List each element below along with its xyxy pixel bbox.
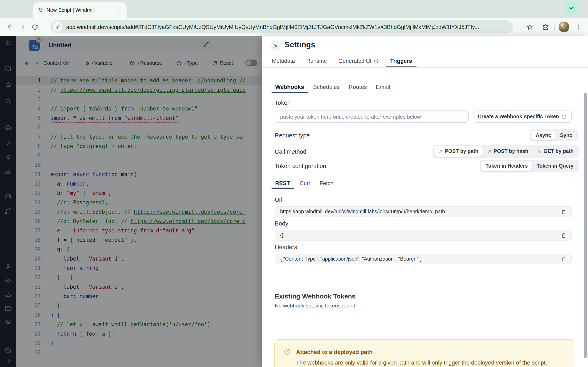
drawer-title: Settings	[285, 40, 315, 49]
tab-title: New Script | Windmill	[47, 7, 115, 13]
alert-circle-icon	[284, 348, 291, 355]
browser-tab[interactable]: New Script | Windmill	[33, 2, 127, 18]
token-configuration-label: Token configuration	[275, 163, 326, 169]
browser-actions	[523, 20, 585, 33]
tab-webhooks[interactable]: Webhooks	[272, 82, 308, 93]
new-tab-button[interactable]	[131, 5, 140, 14]
profile-avatar[interactable]	[559, 22, 569, 32]
tab-generated-ui[interactable]: Generated UI	[334, 55, 383, 67]
reload-button[interactable]	[29, 21, 41, 33]
toolbar-separator	[554, 22, 555, 31]
request-type-group: Async Sync	[530, 129, 578, 141]
settings-drawer: Settings Metadata Runtime Generated UI T…	[262, 36, 588, 367]
extensions-icon[interactable]	[539, 21, 551, 33]
tab-metadata[interactable]: Metadata	[268, 55, 300, 67]
token-in-query-option[interactable]: Token in Query	[532, 161, 578, 171]
drawer-backdrop[interactable]	[0, 36, 262, 367]
token-label: Token	[275, 100, 291, 106]
address-bar[interactable]: app.windmill.dev/scripts/add#JTdCJTIyaGF…	[51, 20, 513, 33]
copy-icon[interactable]	[561, 209, 566, 215]
post-by-path-option[interactable]: ↗ POST by path	[434, 146, 483, 157]
existing-tokens-empty: No webhook specific tokens found	[275, 303, 355, 309]
snippet-tabs: REST Curl Fetch	[272, 179, 337, 189]
headers-label: Headers	[275, 244, 297, 250]
tab-runtime[interactable]: Runtime	[302, 55, 332, 67]
call-method-group: ↗ POST by path ↗ POST by hash ↘ GET by p…	[433, 145, 579, 158]
token-in-headers-option[interactable]: Token in Headers	[481, 161, 532, 171]
token-input[interactable]	[275, 110, 469, 123]
copy-icon[interactable]	[561, 256, 566, 262]
copy-icon[interactable]	[561, 232, 566, 238]
drawer-scrollbar[interactable]	[584, 93, 587, 358]
forward-button[interactable]	[16, 21, 29, 33]
tab-curl[interactable]: Curl	[296, 179, 314, 189]
bookmark-star-icon[interactable]	[523, 21, 536, 33]
call-method-label: Call method	[275, 149, 306, 155]
tab-search-button[interactable]	[565, 2, 577, 14]
browser-menu-icon[interactable]	[572, 21, 585, 33]
windmill-favicon-icon	[37, 7, 43, 13]
arrow-up-right-icon: ↗	[439, 148, 443, 154]
post-by-hash-option[interactable]: ↗ POST by hash	[483, 146, 533, 157]
arrow-down-right-icon: ↘	[537, 148, 541, 154]
url-text: app.windmill.dev/scripts/add#JTdCJTIyaGF…	[66, 24, 479, 30]
browser-toolbar: app.windmill.dev/scripts/add#JTdCJTIyaGF…	[0, 18, 588, 36]
url-label: Url	[275, 197, 282, 203]
warning-text: The webhooks are only valid for a given …	[296, 359, 547, 366]
body-field	[275, 230, 572, 241]
info-icon	[373, 58, 379, 64]
site-settings-icon[interactable]	[53, 22, 62, 32]
tab-schedules[interactable]: Schedules	[309, 82, 343, 93]
close-button[interactable]	[270, 40, 281, 51]
url-field	[275, 206, 572, 217]
trigger-tabs: Webhooks Schedules Routes Email	[272, 82, 394, 92]
app-window: TS Untitled $ +Context Var $ +Variable +…	[0, 36, 588, 367]
get-by-path-option[interactable]: ↘ GET by path	[533, 146, 578, 157]
request-type-label: Request type	[275, 132, 310, 139]
async-option[interactable]: Async	[531, 131, 555, 140]
tab-email[interactable]: Email	[372, 82, 394, 93]
tab-rest[interactable]: REST	[272, 179, 294, 189]
deployed-path-warning: Attached to a deployed path The webhooks…	[274, 339, 574, 367]
tab-triggers[interactable]: Triggers	[386, 55, 416, 67]
existing-tokens-title: Existing Webhook Tokens	[275, 293, 355, 300]
back-button[interactable]	[4, 21, 16, 33]
settings-tabs: Metadata Runtime Generated UI Triggers	[268, 55, 416, 67]
url-value[interactable]	[280, 209, 561, 215]
browser-tab-strip: New Script | Windmill	[0, 0, 588, 18]
tab-close-icon[interactable]	[115, 7, 122, 14]
create-webhook-token-button[interactable]: Create a Webhook-specific Token	[473, 110, 572, 123]
headers-value[interactable]	[280, 256, 561, 262]
tab-fetch[interactable]: Fetch	[316, 179, 337, 189]
warning-title: Attached to a deployed path	[296, 349, 373, 355]
info-icon	[562, 114, 567, 119]
token-configuration-group: Token in Headers Token in Query	[480, 160, 579, 172]
body-value[interactable]	[280, 233, 561, 238]
headers-field	[275, 254, 572, 264]
tab-routes[interactable]: Routes	[345, 82, 371, 93]
arrow-up-right-icon: ↗	[487, 148, 492, 154]
sync-option[interactable]: Sync	[555, 131, 577, 140]
screen: New Script | Windmill app.	[0, 0, 588, 367]
body-label: Body	[275, 220, 288, 227]
